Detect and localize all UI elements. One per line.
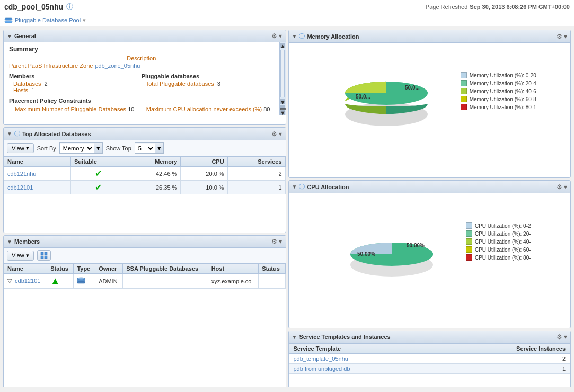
top-allocated-info-icon: ⓘ [14, 130, 20, 138]
sort-by-select[interactable]: Memory CPU [60, 144, 94, 153]
constraints-section: Placement Policy Constraints Maximum Num… [9, 97, 274, 112]
cpu-legend-color-1 [466, 230, 472, 237]
db-name-link[interactable]: cdb121nhu [7, 171, 36, 177]
legend-item-80-100: Memory Utilization (%): 80-1 [461, 104, 536, 110]
member-owner-cell: ADMIN [95, 274, 123, 289]
parent-zone-link[interactable]: pdb_zone_05nhu [95, 63, 140, 69]
general-collapse-btn[interactable]: ▼ [7, 33, 12, 39]
max-pluggable-label: Maximum Number of Pluggable Databases [15, 106, 126, 112]
total-pluggable-label: Total Pluggable databases [146, 81, 214, 87]
top-allocated-collapse-btn[interactable]: ▼ [7, 131, 12, 137]
cpu-legend-color-4 [466, 254, 472, 261]
general-panel-header[interactable]: ▼ General ⚙ ▾ [4, 30, 286, 42]
hosts-label: Hosts [13, 87, 28, 93]
general-gear-btn[interactable]: ⚙ ▾ [271, 32, 282, 40]
members-col-host: Host [208, 264, 259, 274]
top-allocated-panel: ▼ ⓘ Top Allocated Databases ⚙ ▾ View ▾ S… [3, 127, 286, 233]
db-memory-cell: 42.46 % [126, 167, 181, 181]
db-services-cell: 2 [227, 167, 285, 181]
service-template-link[interactable]: pdb_template_05nhu [294, 355, 348, 362]
grid-icon [40, 252, 48, 259]
legend-item-40-60: Memory Utilization (%): 40-6 [461, 88, 536, 94]
cpu-legend-item-3: CPU Utilization (%): 60- [466, 246, 531, 253]
svg-point-8 [77, 278, 85, 280]
constraints-row: Maximum Number of Pluggable Databases 10… [9, 106, 274, 112]
members-panel-header[interactable]: ▼ Members ⚙ ▾ [4, 236, 286, 248]
description-link[interactable]: Description [9, 55, 274, 61]
cpu-panel-header[interactable]: ▼ ⓘ CPU Allocation ⚙ ▾ [289, 181, 571, 193]
service-instances-cell: 1 [438, 364, 570, 374]
parent-zone-label: Parent PaaS Infrastructure Zone [9, 63, 93, 69]
cpu-legend-color-0 [466, 222, 472, 229]
service-collapse-btn[interactable]: ▼ [292, 334, 297, 340]
service-col-instances: Service Instances [438, 344, 570, 354]
db-name-link[interactable]: cdb12101 [7, 184, 33, 191]
members-col-row-status: Status [259, 264, 285, 274]
svg-rect-3 [45, 252, 47, 255]
breadcrumb-row: Pluggable Database Pool ▾ [0, 14, 574, 26]
cpu-collapse-btn[interactable]: ▼ [292, 184, 297, 190]
members-gear-btn[interactable]: ⚙ ▾ [271, 238, 282, 245]
db-cpu-cell: 10.0 % [181, 181, 227, 194]
top-allocated-panel-title: Top Allocated Databases [22, 131, 91, 137]
general-scrollbar[interactable]: ▲ ▼ ⟺ ▼ [279, 42, 286, 115]
db-suitable-cell: ✔ [71, 167, 126, 181]
view-btn[interactable]: View ▾ [7, 143, 34, 153]
sort-by-control: Memory CPU ▾ [59, 142, 103, 154]
summary-label: Summary [9, 46, 274, 53]
members-grid-btn[interactable] [37, 250, 51, 261]
memory-collapse-btn[interactable]: ▼ [292, 33, 297, 39]
memory-allocation-panel: ▼ ⓘ Memory Allocation ⚙ ▾ [288, 30, 571, 178]
cpu-legend-label-1: CPU Utilization (%): 20- [475, 231, 531, 237]
breadcrumb-arrow: ▾ [83, 17, 86, 24]
member-row-status-cell [259, 274, 285, 289]
left-column: ▼ General ⚙ ▾ Summary Description Parent… [2, 29, 287, 387]
members-pluggable-row: Members Databases 2 Hosts 1 Pluggabl [9, 72, 274, 94]
service-gear-btn[interactable]: ⚙ ▾ [557, 333, 567, 341]
pluggable-section: Pluggable databases Total Pluggable data… [142, 72, 274, 94]
page-header: cdb_pool_05nhu ⓘ Page Refreshed Sep 30, … [0, 0, 574, 14]
memory-panel-header[interactable]: ▼ ⓘ Memory Allocation ⚙ ▾ [289, 30, 571, 43]
svg-rect-0 [5, 18, 12, 20]
memory-gear-btn[interactable]: ⚙ ▾ [557, 33, 567, 40]
svg-text:50.0...: 50.0... [356, 94, 370, 100]
col-memory: Memory [126, 157, 181, 167]
members-collapse-btn[interactable]: ▼ [7, 239, 12, 245]
page-title: cdb_pool_05nhu [4, 3, 63, 11]
sort-dropdown-btn[interactable]: ▾ [94, 143, 102, 153]
cpu-legend-label-0: CPU Utilization (%): 0-2 [475, 223, 531, 229]
page-refreshed-label: Page Refreshed [426, 4, 468, 10]
breadcrumb-link[interactable]: Pluggable Database Pool [15, 17, 81, 23]
members-view-label: View [12, 252, 24, 259]
member-name-link[interactable]: cdb12101 [15, 278, 40, 284]
top-allocated-table: Name Suitable Memory CPU Services cdb121… [4, 156, 286, 194]
members-view-btn[interactable]: View ▾ [7, 251, 34, 261]
legend-item-0-20: Memory Utilization (%): 0-20 [461, 72, 536, 78]
col-name: Name [4, 157, 71, 167]
db-cpu-cell: 20.0 % [181, 167, 227, 181]
service-templates-table: Service Template Service Instances pdb_t… [289, 343, 571, 374]
member-status-cell: ▲ [47, 274, 74, 289]
col-suitable: Suitable [71, 157, 126, 167]
view-label: View [12, 145, 24, 152]
legend-color-80-100 [461, 104, 467, 110]
show-top-select[interactable]: 5 10 25 [135, 144, 155, 153]
top-allocated-gear-btn[interactable]: ⚙ ▾ [271, 130, 282, 138]
cpu-legend-color-2 [466, 238, 472, 245]
cpu-gear-btn[interactable]: ⚙ ▾ [557, 183, 567, 191]
svg-text:50.00%: 50.00% [357, 251, 375, 257]
cpu-panel-title: CPU Allocation [307, 184, 349, 190]
general-panel: ▼ General ⚙ ▾ Summary Description Parent… [3, 30, 286, 125]
show-top-dropdown-btn[interactable]: ▾ [155, 143, 163, 153]
cpu-legend-label-3: CPU Utilization (%): 60- [475, 247, 531, 253]
service-template-link[interactable]: pdb from unpluged db [294, 366, 350, 372]
members-col-type: Type [74, 264, 95, 274]
legend-color-0-20 [461, 72, 467, 78]
cpu-pie-chart: 50.00% 50.00% [328, 199, 455, 284]
top-allocated-panel-header[interactable]: ▼ ⓘ Top Allocated Databases ⚙ ▾ [4, 128, 286, 140]
databases-label: Databases [13, 81, 41, 87]
suitable-check-icon: ✔ [95, 183, 102, 192]
service-templates-panel-header[interactable]: ▼ Service Templates and Instances ⚙ ▾ [289, 331, 571, 343]
title-info-icon[interactable]: ⓘ [66, 2, 73, 12]
cpu-info-icon: ⓘ [299, 183, 305, 191]
